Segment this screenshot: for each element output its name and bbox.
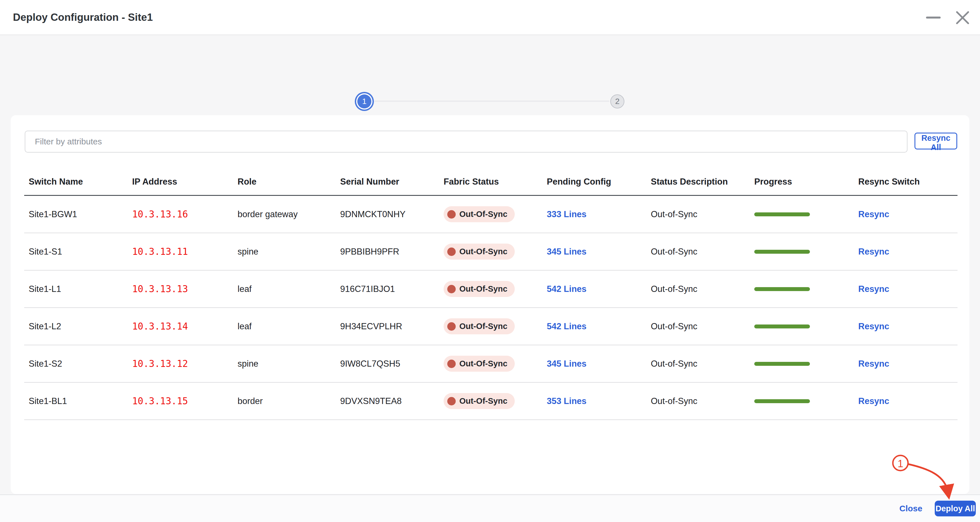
progress-bar	[754, 213, 810, 216]
pending-config-cell: 542 Lines	[542, 321, 646, 332]
step-connector-line	[374, 101, 609, 102]
progress-bar	[754, 325, 810, 328]
fabric-status-badge: Out-Of-Sync	[444, 281, 515, 297]
serial-number-cell: 9DVXSN9TEA8	[336, 396, 439, 406]
serial-number-cell: 916C71IBJO1	[336, 284, 439, 294]
switch-name-cell: Site1-S2	[24, 359, 127, 369]
dialog-title: Deploy Configuration - Site1	[13, 11, 153, 23]
resync-link[interactable]: Resync	[858, 359, 889, 369]
progress-bar	[754, 250, 810, 254]
fabric-status-cell: Out-Of-Sync	[439, 206, 542, 222]
status-dot-icon	[447, 397, 456, 405]
status-dot-icon	[447, 285, 456, 293]
pending-config-link[interactable]: 542 Lines	[547, 284, 586, 294]
fabric-status-badge: Out-Of-Sync	[444, 206, 515, 222]
fabric-status-badge: Out-Of-Sync	[444, 318, 515, 334]
pending-config-link[interactable]: 345 Lines	[547, 359, 586, 369]
resync-link[interactable]: Resync	[858, 284, 889, 294]
minimize-icon	[926, 17, 941, 19]
resync-cell: Resync	[854, 209, 958, 219]
pending-config-link[interactable]: 542 Lines	[547, 321, 586, 331]
resync-all-button[interactable]: Resync All	[915, 133, 957, 149]
fabric-status-cell: Out-Of-Sync	[439, 244, 542, 260]
table-row: Site1-S2 10.3.13.12 spine 9IW8CL7QSH5 Ou…	[24, 345, 958, 382]
filter-input[interactable]	[25, 131, 907, 152]
progress-bar	[754, 287, 810, 291]
switch-name-cell: Site1-L2	[24, 321, 127, 332]
column-header-status-description: Status Description	[646, 177, 750, 187]
fabric-status-cell: Out-Of-Sync	[439, 356, 542, 372]
column-header-role: Role	[233, 177, 336, 187]
progress-cell	[750, 250, 854, 254]
status-description-cell: Out-of-Sync	[646, 209, 750, 219]
close-dialog-button[interactable]: Close	[899, 504, 923, 513]
progress-bar	[754, 362, 810, 366]
fabric-status-label: Out-Of-Sync	[459, 284, 508, 294]
resync-link[interactable]: Resync	[858, 321, 889, 331]
fabric-status-cell: Out-Of-Sync	[439, 318, 542, 334]
resync-cell: Resync	[854, 247, 958, 257]
switch-name-cell: Site1-L1	[24, 284, 127, 294]
switch-name-cell: Site1-BL1	[24, 396, 127, 406]
serial-number-cell: 9H34ECVPLHR	[336, 321, 439, 332]
resync-cell: Resync	[854, 396, 958, 406]
status-dot-icon	[447, 360, 456, 368]
table-row: Site1-S1 10.3.13.11 spine 9PBBIBH9PFR Ou…	[24, 233, 958, 271]
role-cell: spine	[233, 247, 336, 257]
ip-address-cell: 10.3.13.14	[127, 321, 233, 332]
pending-config-link[interactable]: 333 Lines	[547, 209, 586, 219]
role-cell: leaf	[233, 284, 336, 294]
progress-cell	[750, 325, 854, 328]
role-cell: spine	[233, 359, 336, 369]
deploy-all-button[interactable]: Deploy All	[935, 501, 976, 516]
status-dot-icon	[447, 210, 456, 219]
ip-address-cell: 10.3.13.12	[127, 358, 233, 369]
column-header-switch-name: Switch Name	[24, 177, 127, 187]
ip-address-cell: 10.3.13.11	[127, 246, 233, 257]
role-cell: border gateway	[233, 209, 336, 219]
table-header-row: Switch Name IP Address Role Serial Numbe…	[24, 168, 958, 196]
pending-config-cell: 353 Lines	[542, 396, 646, 406]
progress-cell	[750, 213, 854, 216]
progress-bar	[754, 399, 810, 403]
ip-address-cell: 10.3.13.16	[127, 209, 233, 220]
pending-config-cell: 542 Lines	[542, 284, 646, 294]
minimize-button[interactable]	[924, 9, 942, 27]
fabric-status-label: Out-Of-Sync	[459, 397, 508, 406]
progress-cell	[750, 287, 854, 291]
close-button[interactable]	[954, 9, 972, 27]
column-header-pending-config: Pending Config	[542, 177, 646, 187]
progress-cell	[750, 362, 854, 366]
resync-link[interactable]: Resync	[858, 209, 889, 219]
step-2-indicator: 2	[610, 94, 624, 108]
close-icon	[956, 11, 969, 24]
fabric-status-cell: Out-Of-Sync	[439, 393, 542, 409]
step-1-indicator: 1	[357, 94, 371, 108]
switch-name-cell: Site1-BGW1	[24, 209, 127, 219]
status-description-cell: Out-of-Sync	[646, 321, 750, 332]
role-cell: leaf	[233, 321, 336, 332]
fabric-status-badge: Out-Of-Sync	[444, 393, 515, 409]
table-row: Site1-BGW1 10.3.13.16 border gateway 9DN…	[24, 196, 958, 233]
fabric-status-badge: Out-Of-Sync	[444, 356, 515, 372]
pending-config-link[interactable]: 345 Lines	[547, 247, 586, 257]
wizard-stepper: 1 2 Config Preview Deploy Progress	[0, 35, 980, 103]
step-2-number: 2	[615, 97, 620, 106]
switch-table: Switch Name IP Address Role Serial Numbe…	[24, 168, 958, 420]
pending-config-cell: 333 Lines	[542, 209, 646, 219]
status-description-cell: Out-of-Sync	[646, 359, 750, 369]
config-preview-panel: Resync All Switch Name IP Address Role S…	[11, 115, 969, 494]
status-description-cell: Out-of-Sync	[646, 284, 750, 294]
serial-number-cell: 9PBBIBH9PFR	[336, 247, 439, 257]
step-1-number: 1	[362, 97, 367, 106]
pending-config-cell: 345 Lines	[542, 247, 646, 257]
status-description-cell: Out-of-Sync	[646, 396, 750, 406]
dialog-footer: Close Deploy All	[0, 495, 980, 522]
resync-link[interactable]: Resync	[858, 247, 889, 257]
pending-config-link[interactable]: 353 Lines	[547, 396, 586, 406]
serial-number-cell: 9DNMCKT0NHY	[336, 209, 439, 219]
column-header-resync-switch: Resync Switch	[854, 177, 958, 187]
dialog-titlebar: Deploy Configuration - Site1	[0, 0, 980, 35]
switch-name-cell: Site1-S1	[24, 247, 127, 257]
resync-link[interactable]: Resync	[858, 396, 889, 406]
